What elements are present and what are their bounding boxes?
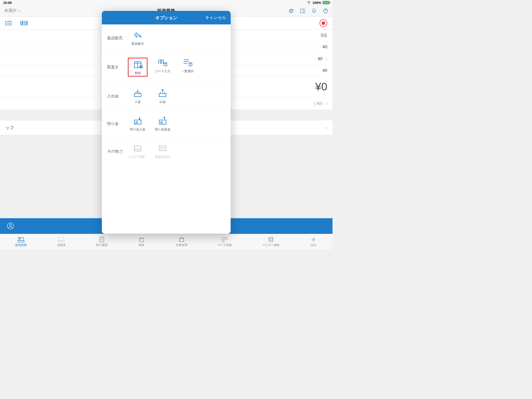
battery-percent: 100% xyxy=(312,1,321,5)
tab-master[interactable]: マスター情報 xyxy=(262,236,280,247)
option-label: 出金 xyxy=(159,100,166,104)
tab-sales[interactable]: 販売業務 xyxy=(15,236,27,247)
svg-rect-61 xyxy=(159,146,166,151)
section-label: 取置き xyxy=(107,65,128,70)
user-button[interactable] xyxy=(0,223,21,229)
svg-point-8 xyxy=(5,25,6,25)
barcode-gift-icon xyxy=(157,58,168,68)
option-code-input[interactable]: コード入力 xyxy=(153,58,172,77)
tab-settlement[interactable]: 精算 xyxy=(138,236,145,247)
option-open-drawer: ドロアを開く xyxy=(128,143,148,159)
inventory-icon xyxy=(178,236,185,243)
options-modal: オプション キャンセル 返品販売 返品販売 取置き 登録 コード xyxy=(102,11,231,234)
option-label: 預り金返金 xyxy=(155,127,170,132)
option-label: コード入力 xyxy=(155,69,170,74)
return-arrow-icon xyxy=(132,30,143,40)
tab-label: 在庫管理 xyxy=(176,243,187,247)
tab-label: 設定 xyxy=(311,243,316,247)
option-label: ドロアを開く xyxy=(128,155,147,159)
option-register[interactable]: 登録 xyxy=(128,58,148,77)
svg-point-6 xyxy=(5,21,6,22)
svg-rect-29 xyxy=(141,238,142,239)
svg-point-7 xyxy=(5,23,6,23)
svg-rect-20 xyxy=(19,238,21,239)
tab-inventory[interactable]: 在庫管理 xyxy=(176,236,187,247)
tab-label: 取引履歴 xyxy=(96,243,108,247)
option-label: 登録 xyxy=(135,71,141,75)
option-label: 領収証発行 xyxy=(155,155,170,159)
chevron-right-icon: › xyxy=(325,56,327,62)
custody-out-icon xyxy=(157,116,168,126)
list-gift-icon xyxy=(182,58,193,68)
gift-add-icon xyxy=(132,59,143,69)
tab-data[interactable]: データ収集 xyxy=(218,236,232,247)
record-button[interactable] xyxy=(320,19,327,27)
svg-point-34 xyxy=(269,237,273,239)
register-icon xyxy=(17,236,25,243)
svg-rect-51 xyxy=(159,94,166,97)
modal-title: オプション xyxy=(155,15,177,21)
tab-label: マスター情報 xyxy=(262,243,280,247)
tab-history[interactable]: 取引履歴 xyxy=(96,236,108,247)
option-custody-in[interactable]: 預り金入金 xyxy=(128,116,148,132)
svg-rect-30 xyxy=(179,238,184,242)
staff-label: ッフ xyxy=(5,125,14,131)
tab-label: 販売業務 xyxy=(15,243,27,247)
tab-label: データ収集 xyxy=(218,243,232,247)
svg-point-35 xyxy=(313,239,314,240)
svg-point-62 xyxy=(161,148,162,149)
tab-label: 精算 xyxy=(139,243,144,247)
help-icon[interactable] xyxy=(323,8,328,14)
tab-bar: 販売業務 仮販売 取引履歴 精算 在庫管理 データ収集 マスター情報 設定 xyxy=(0,234,332,249)
nav-selector[interactable]: 未選択 xyxy=(4,8,21,14)
status-bar: 15:00 100% xyxy=(0,0,332,5)
provisional-icon xyxy=(58,236,65,243)
nav-selector-label: 未選択 xyxy=(4,8,17,14)
svg-rect-22 xyxy=(58,241,64,242)
section-custody: 預り金 預り金入金 預り金返金 xyxy=(107,110,225,138)
panel-icon[interactable] xyxy=(300,8,305,14)
option-withdraw[interactable]: 出金 xyxy=(153,88,172,104)
modal-header: オプション キャンセル xyxy=(102,11,231,24)
custody-in-icon xyxy=(132,116,143,126)
svg-rect-0 xyxy=(301,9,305,13)
option-list-select[interactable]: 一覧選択 xyxy=(178,58,197,77)
cash-out-icon xyxy=(157,88,168,98)
svg-rect-48 xyxy=(134,94,141,97)
svg-rect-28 xyxy=(140,238,141,239)
option-return-sale[interactable]: 返品販売 xyxy=(128,30,148,46)
barcode-icon[interactable] xyxy=(20,20,28,26)
option-receipt: 領収証発行 xyxy=(153,143,172,159)
bell-icon[interactable] xyxy=(311,8,317,14)
chevron-right-icon: › xyxy=(325,101,327,107)
section-label: 返品販売 xyxy=(107,36,128,41)
option-label: 入金 xyxy=(135,100,141,104)
list-icon[interactable] xyxy=(5,20,12,26)
data-icon xyxy=(221,236,228,243)
section-cashflow: 入出金 入金 出金 xyxy=(107,83,225,110)
section-other: その他? ドロアを開く 領収証発行 xyxy=(107,138,225,165)
database-icon xyxy=(267,236,275,243)
svg-rect-21 xyxy=(59,237,64,241)
svg-point-17 xyxy=(9,224,11,226)
wifi-icon xyxy=(307,1,311,4)
svg-rect-23 xyxy=(100,237,104,242)
refresh-icon[interactable] xyxy=(288,8,294,14)
drawer-icon xyxy=(132,143,143,153)
status-time: 15:00 xyxy=(3,1,12,5)
svg-rect-33 xyxy=(222,241,224,242)
svg-rect-32 xyxy=(225,237,227,240)
cash-in-icon xyxy=(132,88,143,98)
svg-point-60 xyxy=(137,150,138,151)
tab-provisional[interactable]: 仮販売 xyxy=(57,236,66,247)
option-label: 預り金入金 xyxy=(130,127,145,132)
tab-label: 仮販売 xyxy=(57,243,66,247)
section-label: その他? xyxy=(107,149,128,154)
option-custody-return[interactable]: 預り金返金 xyxy=(153,116,172,132)
cancel-button[interactable]: キャンセル xyxy=(205,15,226,21)
tab-settings[interactable]: 設定 xyxy=(310,236,317,247)
help-icon[interactable]: ? xyxy=(119,150,123,154)
receipt-icon xyxy=(157,143,168,153)
option-deposit[interactable]: 入金 xyxy=(128,88,148,104)
user-icon xyxy=(7,223,14,229)
